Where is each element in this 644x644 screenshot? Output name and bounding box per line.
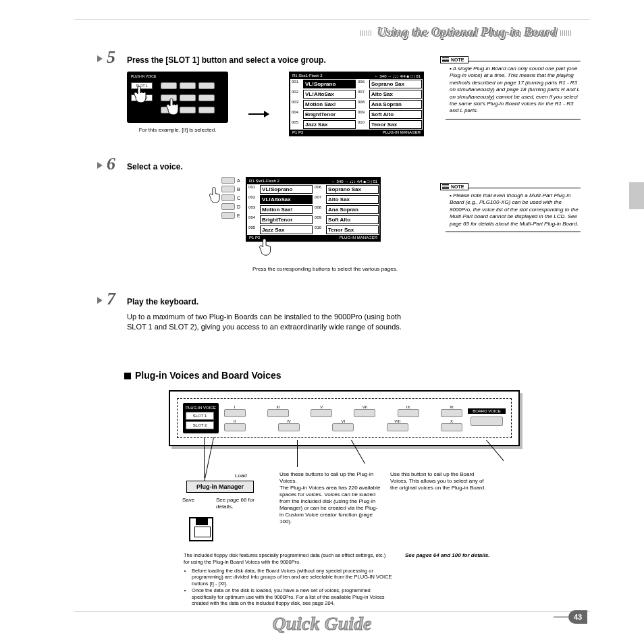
voice-group-button bbox=[332, 423, 354, 431]
side-button-label: A bbox=[237, 178, 240, 183]
callout-mid: Use these buttons to call up the Plug-in… bbox=[279, 471, 381, 525]
voice-cell: VL!Soprano bbox=[303, 80, 356, 88]
side-buttons: ABCDE bbox=[221, 177, 240, 219]
board-voice-button bbox=[471, 417, 503, 426]
step-7: 7 Play the keyboard. Up to a maximum of … bbox=[127, 297, 590, 332]
footer-rule bbox=[74, 611, 590, 612]
step-arrow-icon bbox=[97, 162, 103, 169]
figure-caption: Press the corresponding buttons to selec… bbox=[252, 266, 398, 272]
see-page-66: See page 66 for details. bbox=[216, 497, 263, 510]
voice-cell: Motion Sax! bbox=[303, 100, 356, 109]
voice-cell: Tenor Sax bbox=[369, 120, 422, 129]
footer-title: Quick Guide bbox=[0, 613, 644, 635]
callout-right: Use this button to call up the Board Voi… bbox=[390, 471, 491, 491]
note-label: NOTE bbox=[440, 56, 468, 63]
hardware-panel-diagram: PLUG-IN VOICE SLOT 1 SLOT 2 bbox=[127, 72, 228, 123]
lcd-screen: R1 Slot1-Flash 2← 340 → ♩♩↕ 4/4 ■ □ | 01… bbox=[246, 177, 381, 242]
figure-caption: For this example, [II] is selected. bbox=[127, 127, 228, 133]
side-button-label: B bbox=[237, 187, 240, 192]
step-title: Select a voice. bbox=[127, 162, 590, 171]
voice-group-button bbox=[311, 409, 332, 417]
voice-group-button bbox=[267, 409, 289, 417]
voice-group-button bbox=[387, 423, 408, 431]
step-number: 6 bbox=[107, 154, 115, 174]
note-label: NOTE bbox=[440, 183, 468, 190]
slot2-button: SLOT 2 bbox=[186, 421, 214, 429]
voice-group-button bbox=[398, 409, 419, 417]
note-box: NOTE • Please note that even though a Mu… bbox=[446, 188, 581, 232]
voice-cell: Ana Sopran bbox=[326, 205, 379, 214]
side-button bbox=[221, 186, 235, 192]
voice-cell: VL!AltoSax bbox=[260, 195, 313, 204]
hand-pointer-icon bbox=[209, 186, 223, 204]
voice-group-button bbox=[224, 423, 246, 431]
voice-cell: Alto Sax bbox=[326, 195, 379, 204]
side-button-label: C bbox=[237, 196, 240, 200]
step-number: 7 bbox=[107, 289, 115, 309]
arrow-right-icon bbox=[248, 113, 269, 115]
note-box: NOTE • A single Plug-in Board can only s… bbox=[446, 61, 581, 119]
voice-cell: BrightTenor bbox=[260, 215, 313, 224]
voice-cell: Soprano Sax bbox=[326, 185, 379, 194]
side-tab bbox=[629, 182, 644, 209]
hand-pointer-icon bbox=[134, 85, 149, 105]
voice-cell: Tenor Sax bbox=[326, 225, 379, 234]
step-number: 5 bbox=[107, 47, 115, 68]
side-button bbox=[221, 212, 235, 219]
bottom-paragraph: The included floppy disk features specia… bbox=[184, 552, 393, 607]
voice-cell: Ana Sopran bbox=[369, 100, 422, 109]
top-rule bbox=[74, 19, 590, 20]
voice-cell: BrightTenor bbox=[303, 110, 356, 119]
floppy-disk-icon bbox=[189, 517, 213, 541]
board-diagram: PLUG-IN VOICE SLOT 1 SLOT 2 IIIIVVIIIXXI… bbox=[169, 390, 520, 446]
side-button-label: E bbox=[237, 213, 240, 218]
plugin-manager-box: Plug-in Manager bbox=[186, 481, 254, 493]
voice-group-button bbox=[354, 409, 375, 417]
side-button-label: D bbox=[237, 205, 240, 209]
hand-pointer-icon bbox=[166, 97, 181, 117]
voice-group-button bbox=[441, 409, 462, 417]
voice-cell: Soft Alto bbox=[369, 110, 422, 119]
step-arrow-icon bbox=[97, 55, 103, 62]
voice-group-button bbox=[441, 423, 462, 431]
callout-line bbox=[204, 437, 205, 478]
side-button bbox=[221, 203, 235, 210]
hand-pointer-icon bbox=[259, 238, 274, 257]
section-title: Using the Optional Plug-in Board bbox=[356, 24, 576, 39]
voice-cell: Jazz Sax bbox=[260, 225, 313, 234]
side-button bbox=[221, 194, 235, 201]
step-arrow-icon bbox=[97, 297, 103, 304]
voice-cell: Alto Sax bbox=[369, 90, 422, 99]
step-body: Up to a maximum of two Plug-in Boards ca… bbox=[127, 312, 417, 332]
voice-cell: Soft Alto bbox=[326, 215, 379, 224]
voice-group-button bbox=[278, 423, 300, 431]
slot1-button: SLOT 1 bbox=[186, 412, 214, 420]
voice-cell: VL!Soprano bbox=[260, 185, 313, 194]
subsection-heading: Plug-in Voices and Board Voices bbox=[124, 370, 281, 381]
side-button bbox=[221, 177, 235, 184]
save-label: Save bbox=[182, 497, 194, 504]
lcd-screen: R1 Slot1-Flash 2← 340 → ♩♩↕ 4/4 ■ □ | 01… bbox=[289, 72, 424, 136]
callout-line bbox=[297, 440, 298, 467]
voice-cell: Soprano Sax bbox=[369, 80, 422, 88]
bottom-reference: See pages 64 and 100 for details. bbox=[405, 552, 513, 558]
voice-cell: Jazz Sax bbox=[303, 120, 356, 129]
voice-cell: Motion Sax! bbox=[260, 205, 313, 214]
voice-cell: VL!AltoSax bbox=[303, 90, 356, 99]
voice-group-button bbox=[224, 409, 246, 417]
load-label: Load bbox=[235, 473, 247, 479]
step-title: Play the keyboard. bbox=[127, 297, 590, 306]
